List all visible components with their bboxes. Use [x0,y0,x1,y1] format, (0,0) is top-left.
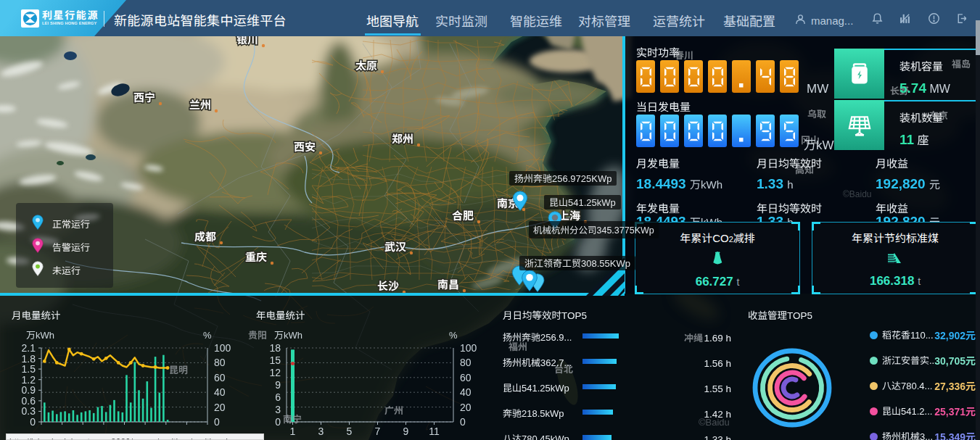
svg-text:0: 0 [214,414,220,428]
svg-text:80: 80 [214,354,226,369]
svg-text:40: 40 [460,384,472,399]
svg-text:%: % [203,328,212,341]
svg-text:60: 60 [460,370,472,384]
svg-text:5: 5 [347,423,353,438]
svg-text:0: 0 [460,414,466,428]
svg-text:100: 100 [460,340,477,354]
svg-text:0: 0 [30,414,36,428]
svg-text:60: 60 [214,370,226,384]
svg-text:7: 7 [375,423,381,438]
svg-text:%: % [449,328,458,341]
svg-text:西宁: 西宁 [133,89,155,104]
svg-text:3: 3 [318,423,324,438]
svg-text:40: 40 [214,384,226,399]
svg-text:武汉: 武汉 [384,238,406,254]
svg-text:郑州: 郑州 [392,130,413,146]
svg-text:西安: 西安 [294,138,316,154]
svg-text:9: 9 [403,423,409,438]
svg-text:万kWh: 万kWh [274,328,302,341]
svg-text:0: 0 [275,414,281,428]
svg-text:100: 100 [214,340,231,354]
svg-text:80: 80 [460,354,472,369]
svg-text:重庆: 重庆 [245,249,267,264]
svg-text:20: 20 [460,399,472,414]
svg-text:长沙: 长沙 [377,278,399,293]
svg-text:南昌: 南昌 [437,276,459,291]
svg-text:合肥: 合肥 [452,207,474,223]
svg-text:万kWh: 万kWh [26,328,54,341]
svg-text:兰州: 兰州 [189,96,211,112]
svg-text:1: 1 [290,423,296,438]
svg-text:20: 20 [214,399,226,414]
svg-text:11: 11 [429,423,440,438]
svg-text:成都: 成都 [194,228,216,244]
svg-text:太原: 太原 [355,57,377,72]
